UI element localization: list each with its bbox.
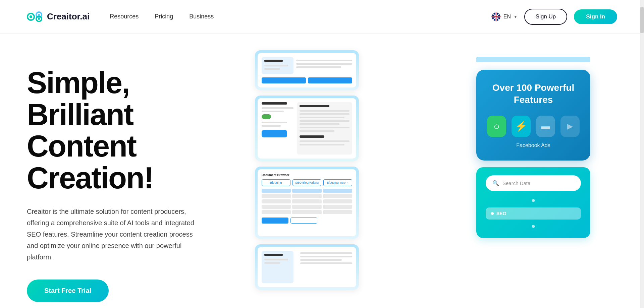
seo-dot	[491, 212, 494, 215]
feature-icon-more: ▶	[560, 116, 580, 137]
logo[interactable]: Creaitor.ai	[27, 11, 90, 23]
nav-pricing[interactable]: Pricing	[155, 13, 173, 20]
search-result-seo: SEO	[486, 207, 581, 220]
hero-right: Document Browser Blogging SEO Blog/Writi…	[255, 60, 617, 308]
signup-button[interactable]: Sign Up	[524, 9, 567, 25]
search-placeholder: Search Data	[502, 180, 530, 186]
svg-point-5	[38, 18, 40, 20]
feature-icons-row: ○ ⚡ ▬ ▶	[487, 116, 580, 137]
feature-icon-card: ▬	[536, 116, 555, 137]
language-selector[interactable]: EN ▼	[491, 12, 518, 21]
nav-resources[interactable]: Resources	[110, 13, 139, 20]
nav-business[interactable]: Business	[189, 13, 214, 20]
feature-icon-circle: ○	[487, 116, 506, 137]
chevron-down-icon: ▼	[514, 14, 518, 19]
brand-name: Creaitor.ai	[47, 11, 90, 22]
feature-icon-lightning: ⚡	[512, 116, 531, 137]
navbar-right: EN ▼ Sign Up Sign In	[491, 9, 617, 25]
screenshot-column: Document Browser Blogging SEO Blog/Writi…	[255, 50, 359, 295]
screenshot-card-1	[255, 50, 359, 90]
hero-left: Simple, Brilliant Content Creation! Crea…	[27, 60, 235, 302]
flag-icon	[491, 12, 501, 21]
navbar: Creaitor.ai Resources Pricing Business E…	[0, 0, 644, 34]
features-card-title: Over 100 Powerful Features	[487, 82, 580, 106]
search-data-card: 🔍 Search Data ● SEO ●	[476, 167, 590, 238]
screenshot-card-4	[255, 244, 359, 290]
feature-cards-column: Over 100 Powerful Features ○ ⚡ ▬ ▶ Fac	[476, 60, 590, 238]
lang-label: EN	[503, 14, 511, 20]
search-dot-top: ●	[486, 196, 581, 204]
nav-links: Resources Pricing Business	[110, 13, 214, 20]
screenshot-card-3: Document Browser Blogging SEO Blog/Writi…	[255, 167, 359, 239]
search-input-display: 🔍 Search Data	[486, 175, 581, 191]
blue-accent-bar	[476, 57, 590, 62]
svg-point-3	[30, 15, 32, 18]
features-card-subtitle: Facebook Ads	[487, 142, 580, 148]
search-dot-bottom: ●	[486, 222, 581, 230]
screenshot-card-2	[255, 96, 359, 161]
navbar-left: Creaitor.ai Resources Pricing Business	[27, 11, 214, 23]
start-trial-button[interactable]: Start Free Trial	[27, 280, 109, 302]
signin-button[interactable]: Sign In	[574, 9, 617, 24]
svg-point-4	[38, 14, 40, 16]
features-card: Over 100 Powerful Features ○ ⚡ ▬ ▶ Fac	[476, 70, 590, 161]
hero-section: Simple, Brilliant Content Creation! Crea…	[0, 34, 644, 308]
search-icon: 🔍	[492, 180, 499, 186]
hero-description: Creaitor is the ultimate solution for co…	[27, 206, 195, 263]
logo-icon	[27, 11, 43, 23]
hero-title: Simple, Brilliant Content Creation!	[27, 67, 235, 194]
